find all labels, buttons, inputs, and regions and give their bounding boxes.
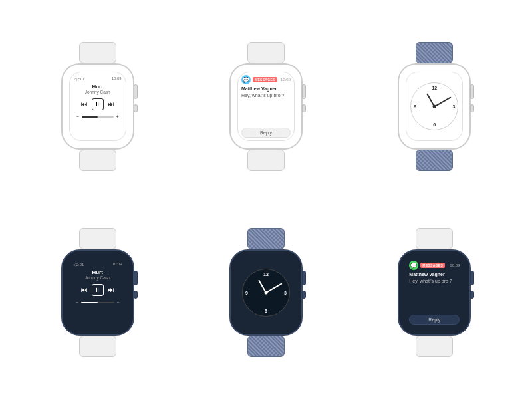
- msg-sender-6: Matthew Vagner: [409, 272, 460, 277]
- music-title-1: Hurt: [74, 84, 122, 90]
- forward-icon-4: ⏭: [108, 287, 114, 293]
- center-dot-3: [433, 105, 436, 108]
- band-bottom-2: [247, 150, 285, 171]
- clock-3-d: 3: [284, 291, 287, 295]
- clock-9-d: 9: [245, 291, 248, 295]
- music-time-left-1: ◁2:01: [74, 76, 85, 81]
- vol-minus-4: −: [76, 300, 78, 305]
- watch-1: ◁2:01 10:09 Hurt Johnny Cash ⏮ ⏸ ⏭ −: [61, 42, 134, 171]
- crown-2: [302, 84, 306, 99]
- clock-screen-5: 12 3 6 9: [237, 258, 295, 327]
- screen-2: 💬 MESSAGES 10:09 Matthew Vagner Hey, wha…: [237, 72, 295, 141]
- watch-cell-2: 💬 MESSAGES 10:09 Matthew Vagner Hey, wha…: [188, 20, 343, 193]
- msg-text-6: Hey, what''s up bro ?: [409, 278, 460, 312]
- band-bottom-6: [416, 336, 453, 357]
- button-6: [470, 291, 474, 299]
- watch-grid: ◁2:01 10:09 Hurt Johnny Cash ⏮ ⏸ ⏭ −: [0, 0, 532, 399]
- band-top-4: [79, 228, 116, 249]
- vol-bar-1: [82, 116, 114, 118]
- msg-header-6: 💬 MESSAGES 10:09: [409, 261, 460, 270]
- music-time-left-4: ◁2:01: [73, 262, 84, 267]
- music-title-4: Hurt: [73, 269, 122, 275]
- min-hand-3: [434, 96, 451, 106]
- screen-3: 12 3 6 9: [406, 72, 463, 141]
- music-header-1: ◁2:01 10:09: [74, 76, 122, 81]
- forward-icon-1: ⏭: [108, 101, 114, 108]
- button-5: [302, 291, 306, 299]
- min-hand-5: [266, 283, 283, 293]
- play-btn-4[interactable]: ⏸: [92, 284, 104, 296]
- msg-sender-2: Matthew Vagner: [241, 86, 291, 91]
- analog-clock-3: 12 3 6 9: [410, 82, 458, 130]
- music-controls-1: ⏮ ⏸ ⏭: [74, 98, 122, 110]
- button-2: [302, 104, 306, 112]
- clock-12-d: 12: [263, 272, 269, 277]
- watch-cell-1: ◁2:01 10:09 Hurt Johnny Cash ⏮ ⏸ ⏭ −: [20, 20, 175, 193]
- clock-12: 12: [432, 86, 437, 90]
- band-top-3: [416, 42, 453, 63]
- watch-5: 12 3 6 9: [229, 228, 303, 357]
- music-screen-4: ◁2:01 10:09 Hurt Johnny Cash ⏮ ⏸ ⏭ −: [69, 258, 126, 327]
- band-top-6: [416, 228, 453, 249]
- band-bottom-1: [79, 150, 116, 171]
- watch-cell-6: 💬 MESSAGES 10:09 Matthew Vagner Hey, wha…: [357, 206, 512, 379]
- screen-4: ◁2:01 10:09 Hurt Johnny Cash ⏮ ⏸ ⏭ −: [69, 258, 126, 327]
- volume-row-1: − +: [74, 114, 122, 119]
- msg-text-2: Hey, what''s up bro ?: [241, 92, 291, 125]
- music-header-4: ◁2:01 10:09: [73, 262, 122, 267]
- clock-9: 9: [414, 104, 416, 109]
- msg-screen-6: 💬 MESSAGES 10:09 Matthew Vagner Hey, wha…: [406, 258, 463, 327]
- watch-2: 💬 MESSAGES 10:09 Matthew Vagner Hey, wha…: [229, 42, 303, 171]
- crown-3: [470, 84, 474, 99]
- band-top-2: [247, 42, 285, 63]
- msg-reply-btn-2[interactable]: Reply: [241, 128, 291, 138]
- music-artist-1: Johnny Cash: [74, 90, 122, 94]
- watch-cell-3: 12 3 6 9: [357, 20, 512, 193]
- watch-6: 💬 MESSAGES 10:09 Matthew Vagner Hey, wha…: [398, 228, 471, 357]
- band-bottom-3: [416, 150, 453, 171]
- watch-body-3: 12 3 6 9: [398, 63, 471, 150]
- msg-time-2: 10:09: [281, 78, 291, 82]
- watch-4: ◁2:01 10:09 Hurt Johnny Cash ⏮ ⏸ ⏭ −: [61, 228, 134, 357]
- screen-6: 💬 MESSAGES 10:09 Matthew Vagner Hey, wha…: [406, 258, 463, 327]
- band-bottom-5: [247, 336, 285, 357]
- band-top-1: [79, 42, 116, 63]
- rewind-icon-1: ⏮: [81, 101, 88, 108]
- msg-time-6: 10:09: [450, 263, 460, 267]
- analog-clock-5: 12 3 6 9: [242, 269, 290, 317]
- music-screen-1: ◁2:01 10:09 Hurt Johnny Cash ⏮ ⏸ ⏭ −: [70, 72, 126, 140]
- watch-cell-4: ◁2:01 10:09 Hurt Johnny Cash ⏮ ⏸ ⏭ −: [20, 206, 175, 379]
- msg-icon-2: 💬: [241, 75, 251, 84]
- crown-6: [470, 271, 474, 285]
- clock-3: 3: [452, 104, 455, 109]
- watch-body-6: 💬 MESSAGES 10:09 Matthew Vagner Hey, wha…: [398, 249, 471, 336]
- clock-screen-3: 12 3 6 9: [406, 72, 462, 140]
- msg-badge-2: MESSAGES: [253, 77, 277, 82]
- clock-6: 6: [433, 122, 436, 127]
- play-btn-1[interactable]: ⏸: [92, 98, 104, 110]
- clock-6-d: 6: [265, 309, 267, 313]
- watch-3: 12 3 6 9: [398, 42, 471, 171]
- screen-1: ◁2:01 10:09 Hurt Johnny Cash ⏮ ⏸ ⏭ −: [69, 72, 126, 141]
- center-dot-5: [264, 291, 267, 295]
- crown-4: [134, 271, 138, 285]
- watch-body-1: ◁2:01 10:09 Hurt Johnny Cash ⏮ ⏸ ⏭ −: [61, 63, 134, 150]
- msg-reply-btn-6[interactable]: Reply: [409, 315, 460, 325]
- msg-header-2: 💬 MESSAGES 10:09: [241, 75, 291, 84]
- music-controls-4: ⏮ ⏸ ⏭: [73, 284, 122, 296]
- watch-cell-5: 12 3 6 9: [188, 206, 343, 379]
- screen-5: 12 3 6 9: [237, 258, 295, 327]
- msg-icon-6: 💬: [409, 261, 418, 270]
- vol-plus-1: +: [116, 114, 119, 119]
- vol-plus-4: +: [117, 300, 120, 305]
- watch-body-2: 💬 MESSAGES 10:09 Matthew Vagner Hey, wha…: [229, 63, 303, 150]
- vol-minus-1: −: [76, 114, 79, 119]
- vol-bar-4: [81, 302, 114, 303]
- band-bottom-4: [79, 336, 116, 357]
- button-1: [134, 104, 138, 112]
- crown-5: [302, 271, 306, 285]
- button-4: [134, 291, 138, 299]
- watch-body-4: ◁2:01 10:09 Hurt Johnny Cash ⏮ ⏸ ⏭ −: [61, 249, 134, 336]
- msg-screen-2: 💬 MESSAGES 10:09 Matthew Vagner Hey, wha…: [238, 72, 294, 140]
- rewind-icon-4: ⏮: [81, 287, 88, 293]
